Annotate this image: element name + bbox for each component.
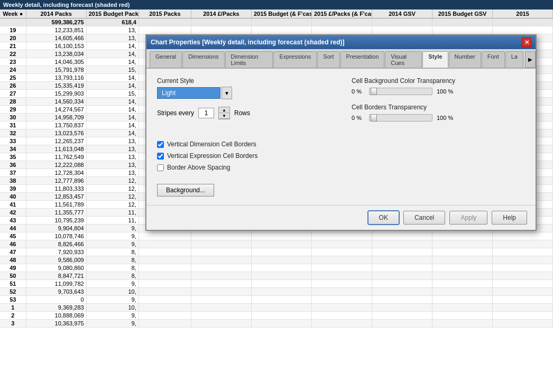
list-item — [493, 288, 553, 295]
list-item — [191, 264, 252, 272]
list-item: 8, — [87, 272, 139, 279]
list-item — [493, 296, 553, 303]
list-item — [432, 232, 493, 240]
list-item — [493, 312, 553, 319]
vertical-dimension-checkbox[interactable] — [157, 141, 164, 148]
table-row: 489,586,0098, — [0, 256, 553, 264]
list-item: 12,777,896 — [26, 177, 87, 184]
current-style-label: Current Style — [157, 77, 330, 85]
list-item — [493, 26, 553, 34]
list-item: 14,274,567 — [26, 106, 87, 113]
close-button[interactable]: ✕ — [522, 38, 531, 47]
list-item: 1 — [0, 304, 26, 311]
header-week: Week ● — [0, 10, 26, 18]
total-2015bg — [432, 18, 493, 26]
table-row: 310,363,9759, — [0, 320, 553, 328]
tab-sort[interactable]: Sort — [317, 51, 339, 68]
tab-scroll-right[interactable]: ▶ — [525, 51, 536, 68]
cancel-button[interactable]: Cancel — [403, 211, 445, 225]
list-item — [139, 26, 191, 34]
vertical-expression-checkbox[interactable] — [157, 153, 164, 160]
list-item: 26 — [0, 82, 26, 89]
list-item: 14,046,305 — [26, 58, 87, 66]
list-item: 38 — [0, 177, 26, 184]
table-row: 468,826,4669, — [0, 240, 553, 248]
rows-label: Rows — [234, 109, 250, 117]
tab-font[interactable]: Font — [482, 51, 505, 68]
tab-number[interactable]: Number — [449, 51, 481, 68]
tab-visual-cues[interactable]: Visual Cues — [385, 51, 422, 68]
ok-button[interactable]: OK — [368, 211, 399, 225]
list-item — [252, 232, 312, 240]
help-button[interactable]: Help — [492, 211, 527, 225]
cell-borders-slider[interactable] — [369, 114, 432, 122]
list-item: 50 — [0, 272, 26, 279]
list-item: 12,265,237 — [26, 137, 87, 145]
dropdown-arrow-icon[interactable]: ▼ — [222, 87, 232, 99]
list-item — [252, 288, 312, 295]
list-item — [139, 320, 191, 327]
stripes-down-button[interactable]: ▼ — [219, 113, 229, 119]
list-item — [312, 264, 372, 272]
tab-presentation[interactable]: Presentation — [340, 51, 385, 68]
list-item: 32 — [0, 129, 26, 137]
list-item: 43 — [0, 217, 26, 224]
list-item — [252, 264, 312, 272]
background-button[interactable]: Background... — [157, 184, 214, 197]
list-item — [493, 264, 553, 272]
list-item: 9,904,804 — [26, 225, 87, 232]
list-item — [139, 240, 191, 248]
list-item — [493, 272, 553, 279]
stripes-input[interactable] — [198, 108, 214, 118]
list-item — [191, 320, 252, 327]
list-item — [312, 312, 372, 319]
list-item: 15,335,419 — [26, 82, 87, 89]
tab-expressions[interactable]: Expressions — [273, 51, 317, 68]
tab-dimension-limits[interactable]: Dimension Limits — [225, 51, 273, 68]
tab-la[interactable]: La — [505, 51, 523, 68]
list-item — [493, 232, 553, 240]
list-item — [372, 320, 432, 327]
list-item — [432, 280, 493, 287]
list-item — [372, 296, 432, 303]
stripes-row: Stripes every ▲ ▼ Rows — [157, 107, 330, 119]
apply-button[interactable]: Apply — [449, 211, 487, 225]
list-item: 12, — [87, 177, 139, 184]
list-item: 52 — [0, 288, 26, 295]
list-item: 13,793,116 — [26, 74, 87, 81]
list-item: 13, — [87, 161, 139, 169]
chart-properties-dialog: Chart Properties [Weekly detail, includi… — [145, 34, 537, 231]
cell-bg-slider[interactable] — [369, 88, 432, 95]
list-item: 14, — [87, 58, 139, 66]
list-item — [191, 232, 252, 240]
tab-style[interactable]: Style — [422, 51, 448, 68]
list-item: 14, — [87, 50, 139, 58]
list-item — [139, 304, 191, 311]
list-item — [191, 280, 252, 287]
stripes-up-button[interactable]: ▲ — [219, 107, 229, 113]
border-above-checkbox[interactable] — [157, 164, 164, 171]
cell-borders-transparency-group: Cell Borders Transparency 0 % 100 % — [352, 104, 525, 122]
total-2015packs — [139, 18, 191, 26]
cell-borders-transparency-label: Cell Borders Transparency — [352, 104, 525, 111]
list-item: 9, — [87, 280, 139, 287]
list-item — [252, 272, 312, 279]
tab-dimensions[interactable]: Dimensions — [182, 51, 224, 68]
list-item — [312, 256, 372, 264]
table-row: 1912,233,85113, — [0, 26, 553, 34]
tab-general[interactable]: General — [150, 51, 182, 68]
table-row: 477,920,9338, — [0, 248, 553, 256]
cell-bg-pct-left: 0 % — [352, 88, 365, 95]
list-item — [312, 232, 372, 240]
list-item: 12,853,457 — [26, 193, 87, 200]
list-item: 11, — [87, 217, 139, 224]
list-item: 13,750,837 — [26, 122, 87, 129]
cell-bg-pct-right: 100 % — [437, 88, 453, 95]
header-2015budgetfcast: 2015 Budget (& F'cast) — [252, 10, 312, 18]
list-item: 9,080,860 — [26, 264, 87, 272]
cell-borders-pct-left: 0 % — [352, 115, 365, 121]
style-select-value[interactable]: Light — [157, 87, 220, 99]
list-item: 12,222,088 — [26, 161, 87, 169]
list-item — [191, 272, 252, 279]
list-item — [372, 232, 432, 240]
